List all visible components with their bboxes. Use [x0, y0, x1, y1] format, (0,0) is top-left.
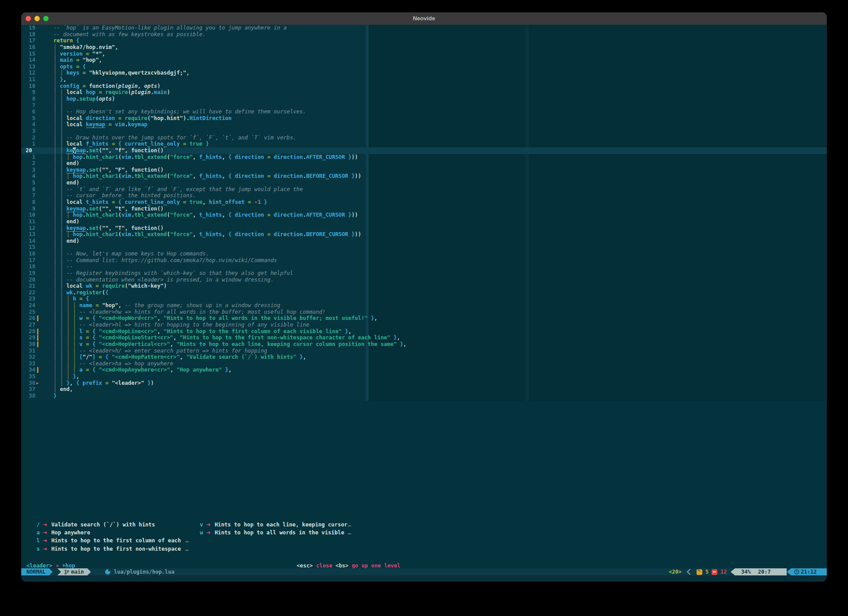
- code-line[interactable]: 6│ │ -- `t` and `T` are like `f` and `F`…: [21, 186, 827, 193]
- line-number: 20: [21, 147, 40, 154]
- whichkey-item-l[interactable]: l➜Hints to hop to the first column of ea…: [34, 537, 181, 545]
- whichkey-item-w[interactable]: w➜Hints to hop to all words in the visib…: [198, 529, 344, 537]
- code-text: │ │ -- Now, let's map some keys to Hop c…: [53, 251, 209, 257]
- code-text: │ │: [53, 102, 66, 109]
- line-number: 35: [21, 373, 35, 380]
- code-line[interactable]: 26│ │ │ │ w = { "<cmd>HopWord<cr>", "Hin…: [21, 315, 827, 322]
- code-line[interactable]: 13│ │ │ hop.hint_char1(vim.tbl_extend("f…: [21, 231, 827, 238]
- code-line[interactable]: 1│ │ │ hop.hint_char1(vim.tbl_extend("fo…: [21, 154, 827, 161]
- line-number: 14: [21, 57, 35, 64]
- line-number: 13: [21, 64, 35, 70]
- arrow-icon: ➜: [206, 521, 211, 529]
- line-number: 31: [21, 348, 35, 354]
- code-line[interactable]: 2│ │ end): [21, 160, 827, 167]
- code-line[interactable]: 19-- `hop` is an EasyMotion-like plugin …: [21, 25, 827, 31]
- cursor-position: 20:7: [758, 568, 771, 575]
- code-text: │ "smoka7/hop.nvim",: [53, 44, 118, 51]
- code-line[interactable]: 28│ │ │ │ l = { "<cmd>HopLine<cr>", "Hin…: [21, 328, 827, 335]
- close-button[interactable]: [26, 16, 31, 21]
- code-line[interactable]: 16│ "smoka7/hop.nvim",: [21, 44, 827, 51]
- code-line[interactable]: 32│ │ │ │ ["/"] = { "<cmd>HopPattern<cr>…: [21, 354, 827, 361]
- line-number: 1: [21, 141, 35, 147]
- code-line[interactable]: 9│ │ local hop = require(plugin.main): [21, 89, 827, 96]
- whichkey-item-v[interactable]: v➜Hints to hop to each line, keeping cur…: [198, 521, 347, 529]
- line-number: 7: [21, 192, 35, 199]
- code-line[interactable]: 24│ │ │ │ name = "hop", -- the group nam…: [21, 302, 827, 309]
- code-line[interactable]: 13│ opts = {: [21, 64, 827, 70]
- line-number: 14: [21, 238, 35, 244]
- whichkey-key: w: [198, 529, 203, 537]
- code-line[interactable]: 35│ │ │ },: [21, 373, 827, 380]
- code-line[interactable]: 7│ │: [21, 102, 827, 109]
- line-number: 10: [21, 212, 35, 218]
- close-action-label: close: [316, 563, 332, 569]
- line-number: 19: [21, 270, 35, 277]
- window-bottom-strip: [21, 575, 827, 582]
- line-number: 29: [21, 334, 35, 341]
- whichkey-item-/[interactable]: /➜Validate search (`/`) with hints: [34, 521, 155, 529]
- code-line[interactable]: 27│ │ │ │ -- <leader>hl => hints for hop…: [21, 322, 827, 328]
- code-line[interactable]: 29│ │ │ │ s = { "<cmd>HopLineStart<cr>",…: [21, 334, 827, 341]
- code-line[interactable]: 34│ │ │ │ a = { "<cmd>HopAnywhere<cr>", …: [21, 367, 827, 373]
- code-line[interactable]: 2│ │ -- Draw hints over the jump spots f…: [21, 135, 827, 141]
- current-code-line[interactable]: 20│ │ keymap.set("", "f", function(): [21, 147, 827, 154]
- code-line[interactable]: 18-- document with as few keystrokes as …: [21, 31, 827, 38]
- code-line[interactable]: 36▶│ │ }, { prefix = "<leader>" }): [21, 380, 827, 387]
- code-line[interactable]: 10│ │ │ hop.hint_char1(vim.tbl_extend("f…: [21, 212, 827, 218]
- code-line[interactable]: 17│ │ -- Command list: https://github.co…: [21, 257, 827, 264]
- code-line[interactable]: 12│ │ keys = "hklyuiopnm,qwertzxcvbasdgj…: [21, 70, 827, 76]
- code-line[interactable]: 11│ │ end): [21, 218, 827, 225]
- code-line[interactable]: 11│ },: [21, 76, 827, 83]
- code-buffer[interactable]: 19-- `hop` is an EasyMotion-like plugin …: [21, 25, 827, 401]
- line-number: 7: [21, 102, 35, 109]
- code-line[interactable]: 20│ │ -- documentation when <leader> is …: [21, 277, 827, 283]
- code-text: │ │ │ │ -- <leader>ha => hop anywhere: [53, 361, 173, 367]
- code-line[interactable]: 5│ │ end): [21, 180, 827, 186]
- code-line[interactable]: 37│ end,: [21, 386, 827, 393]
- whichkey-item-s[interactable]: s➜Hints to hop to the first non-whitespa…: [34, 545, 181, 553]
- code-line[interactable]: 10│ config = function(plugin, opts): [21, 83, 827, 90]
- code-line[interactable]: 23│ │ │ h = {: [21, 296, 827, 302]
- code-line[interactable]: 7│ │ -- cursor _before_ the hinted posit…: [21, 192, 827, 199]
- code-line[interactable]: 12│ │ keymap.set("", "T", function(): [21, 225, 827, 232]
- truncation-ellipsis: …: [185, 537, 188, 545]
- file-path[interactable]: lua/plugins/hop.lua: [114, 568, 174, 575]
- code-text: │ │ -- Command list: https://github.com/…: [53, 257, 277, 264]
- code-line[interactable]: 16│ │ -- Now, let's map some keys to Hop…: [21, 251, 827, 257]
- code-line[interactable]: 18│ │ --: [21, 263, 827, 270]
- code-line[interactable]: 31│ │ │ │ -- <leader>h/ => enter search …: [21, 348, 827, 354]
- code-line[interactable]: 4│ │ │ hop.hint_char1(vim.tbl_extend("fo…: [21, 173, 827, 180]
- code-line[interactable]: 25│ │ │ │ -- <leader>hw => hints for all…: [21, 309, 827, 316]
- minimize-button[interactable]: [34, 16, 40, 21]
- code-line[interactable]: 19│ │ -- Register keybindings with `whic…: [21, 270, 827, 277]
- code-line[interactable]: 4│ │ local keymap = vim.keymap: [21, 121, 827, 128]
- code-line[interactable]: 15│ │: [21, 244, 827, 251]
- code-line[interactable]: 1│ │ local f_hints = { current_line_only…: [21, 141, 827, 147]
- code-line[interactable]: 14│ main = "hop",: [21, 57, 827, 64]
- code-line[interactable]: 3│ │: [21, 128, 827, 135]
- code-line[interactable]: 17return {: [21, 38, 827, 44]
- line-number: 24: [21, 302, 35, 309]
- code-line[interactable]: 6│ │ -- Hop doesn't set any keybindings;…: [21, 109, 827, 115]
- code-text: │ │ │ hop.hint_char1(vim.tbl_extend("for…: [53, 212, 358, 218]
- code-line[interactable]: 9│ │ keymap.set("", "t", function(): [21, 206, 827, 212]
- code-text: │ │ local direction = require("hop.hint"…: [53, 115, 232, 122]
- code-line[interactable]: 3│ │ keymap.set("", "F", function(): [21, 167, 827, 173]
- code-line[interactable]: 14│ │ end): [21, 238, 827, 244]
- code-line[interactable]: 22│ │ wk.register({: [21, 289, 827, 296]
- code-line[interactable]: 8│ │ local t_hints = { current_line_only…: [21, 199, 827, 206]
- line-number: 10: [21, 83, 35, 90]
- code-line[interactable]: 21│ │ local wk = require("which-key"): [21, 283, 827, 289]
- code-line[interactable]: 33│ │ │ │ -- <leader>ha => hop anywhere: [21, 361, 827, 367]
- code-line[interactable]: 30│ │ │ │ v = { "<cmd>HopVertical<cr>", …: [21, 341, 827, 348]
- code-line[interactable]: 5│ │ local direction = require("hop.hint…: [21, 115, 827, 122]
- git-change-sign: [37, 316, 38, 321]
- zoom-button[interactable]: [43, 16, 49, 21]
- code-line[interactable]: 15│ version = "*",: [21, 51, 827, 57]
- titlebar[interactable]: Neovide: [21, 12, 827, 25]
- line-number: 32: [21, 354, 35, 361]
- code-text: │ │ │ │ a = { "<cmd>HopAnywhere<cr>", "H…: [53, 367, 232, 373]
- code-line[interactable]: 8│ │ hop.setup(opts): [21, 96, 827, 102]
- whichkey-item-a[interactable]: a➜Hop anywhere: [34, 529, 90, 537]
- code-line[interactable]: 38}: [21, 393, 827, 399]
